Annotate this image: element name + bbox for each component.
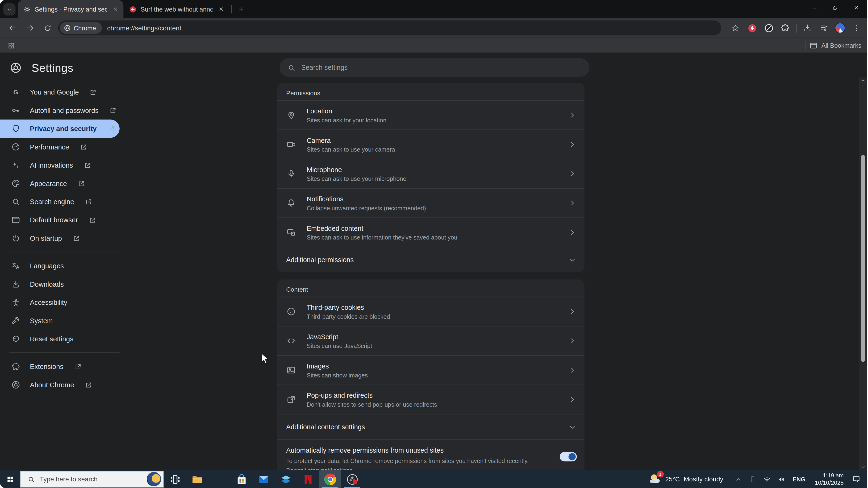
- copilot-icon[interactable]: [208, 470, 230, 488]
- scroll-down-arrow[interactable]: [859, 464, 867, 470]
- scroll-up-arrow[interactable]: [859, 77, 867, 84]
- language-indicator[interactable]: ENG: [791, 476, 807, 482]
- action-center-icon[interactable]: [851, 474, 861, 484]
- sidebar-item-privacy[interactable]: Privacy and security: [0, 120, 120, 138]
- sidebar-item-autofill[interactable]: Autofill and passwords: [0, 101, 120, 119]
- row-notifications[interactable]: Notifications Collapse unwanted requests…: [277, 188, 585, 217]
- microsoft-store-icon[interactable]: [230, 470, 252, 488]
- sidebar-item-extensions[interactable]: Extensions: [0, 357, 120, 376]
- sidebar-item-icon: [11, 161, 21, 170]
- downloads-button[interactable]: [802, 22, 813, 34]
- row-javascript[interactable]: JavaScript Sites can use JavaScript: [277, 326, 585, 355]
- external-link-icon: [72, 234, 80, 242]
- reload-button[interactable]: [40, 21, 55, 35]
- extensions-puzzle-button[interactable]: [779, 22, 791, 34]
- row-popups[interactable]: Pop-ups and redirects Don't allow sites …: [277, 385, 585, 414]
- additional-content-settings-row[interactable]: Additional content settings: [277, 414, 585, 440]
- tab-search-button[interactable]: [3, 3, 16, 15]
- media-queue-button[interactable]: [818, 22, 830, 34]
- sidebar-item-you-and-google[interactable]: You and Google: [0, 83, 120, 101]
- row-icon: [286, 336, 296, 346]
- sidebar-divider: [9, 352, 120, 353]
- sidebar-item-reset[interactable]: Reset settings: [0, 330, 120, 348]
- minimize-button[interactable]: [804, 0, 825, 15]
- row-subtitle: Don't allow sites to send pop-ups or use…: [307, 401, 437, 408]
- chrome-url-chip[interactable]: Chrome: [60, 22, 101, 34]
- network-icon[interactable]: [762, 474, 772, 484]
- sidebar-item-label: Default browser: [30, 216, 78, 224]
- start-button[interactable]: [0, 470, 20, 488]
- auto-remove-toggle[interactable]: [560, 452, 577, 461]
- sidebar-item-system[interactable]: System: [0, 312, 120, 330]
- menu-kebab-button[interactable]: [850, 22, 862, 34]
- task-view-button[interactable]: [164, 470, 186, 488]
- tab-surf-web[interactable]: Surf the web without annoying: [123, 0, 229, 18]
- sidebar-item-icon: [11, 124, 21, 133]
- sidebar-item-icon: [11, 106, 21, 115]
- tab-close-icon[interactable]: [111, 5, 120, 14]
- row-third-party-cookies[interactable]: Third-party cookies Third-party cookies …: [277, 297, 585, 326]
- close-button[interactable]: [846, 0, 867, 15]
- row-location[interactable]: Location Sites can ask for your location: [277, 100, 585, 129]
- permissions-card: Permissions Location Sites can ask for y…: [277, 83, 585, 272]
- sidebar-item-accessibility[interactable]: Accessibility: [0, 293, 120, 312]
- sidebar-item-label: Accessibility: [30, 298, 67, 306]
- sidebar-item-languages[interactable]: Languages: [0, 257, 120, 275]
- address-bar[interactable]: Chrome chrome://settings/content: [58, 21, 721, 35]
- restore-button[interactable]: [825, 0, 846, 15]
- sidebar-item-performance[interactable]: Performance: [0, 138, 120, 156]
- sidebar-item-search-engine[interactable]: Search engine: [0, 193, 120, 211]
- sidebar-item-appearance[interactable]: Appearance: [0, 174, 120, 192]
- additional-permissions-row[interactable]: Additional permissions: [277, 247, 585, 272]
- chrome-taskbar-icon[interactable]: [319, 470, 341, 488]
- chevron-down-icon: [6, 6, 13, 12]
- search-settings-input[interactable]: Search settings: [280, 58, 589, 77]
- security-app-icon[interactable]: [275, 470, 297, 488]
- tab-close-icon[interactable]: [217, 5, 225, 14]
- sidebar-item-icon: [11, 334, 21, 344]
- all-bookmarks-button[interactable]: All Bookmarks: [821, 42, 861, 48]
- weather-widget[interactable]: 1 25°C Mostly cloudy: [648, 473, 723, 486]
- sidebar-item-downloads[interactable]: Downloads: [0, 275, 120, 293]
- row-images[interactable]: Images Sites can show images: [277, 355, 585, 385]
- netflix-icon[interactable]: [297, 470, 319, 488]
- row-title: JavaScript: [307, 333, 372, 340]
- external-link-icon: [107, 125, 115, 132]
- chevron-right-icon: [568, 228, 577, 237]
- phone-link-icon[interactable]: [748, 474, 757, 484]
- forward-button[interactable]: [23, 21, 37, 35]
- mail-icon[interactable]: [252, 470, 275, 488]
- row-camera[interactable]: Camera Sites can ask to use your camera: [277, 129, 585, 159]
- volume-icon[interactable]: [776, 474, 786, 484]
- taskbar-search-input[interactable]: Type here to search: [20, 471, 164, 487]
- bookmark-star-button[interactable]: [730, 22, 741, 34]
- dark-extension-icon[interactable]: [763, 22, 774, 34]
- chevron-right-icon: [568, 199, 577, 208]
- row-title: Images: [307, 362, 368, 370]
- apps-grid-icon[interactable]: [5, 40, 17, 51]
- adblock-extension-icon[interactable]: [746, 22, 758, 34]
- sidebar-item-about[interactable]: About Chrome: [0, 376, 120, 394]
- scrollbar-thumb[interactable]: [861, 155, 865, 362]
- tray-expand-chevron[interactable]: [733, 474, 743, 484]
- tab-settings[interactable]: Settings - Privacy and security: [18, 0, 123, 18]
- new-tab-button[interactable]: [234, 3, 247, 16]
- page-scrollbar[interactable]: [859, 77, 867, 470]
- sidebar-item-ai[interactable]: AI innovations: [0, 156, 120, 174]
- file-explorer-icon[interactable]: [186, 470, 208, 488]
- sidebar-item-icon: [11, 197, 21, 206]
- sidebar-item-default-browser[interactable]: Default browser: [0, 211, 120, 229]
- sidebar-item-on-startup[interactable]: On startup: [0, 229, 120, 247]
- search-highlight-image[interactable]: [147, 472, 161, 486]
- row-icon: [286, 228, 296, 237]
- toggle-row-description: To protect your data, let Chrome remove …: [286, 456, 546, 470]
- row-embedded-content[interactable]: Embedded content Sites can ask to use in…: [277, 217, 585, 247]
- profile-avatar[interactable]: [835, 23, 845, 33]
- back-button[interactable]: [5, 21, 19, 35]
- row-microphone[interactable]: Microphone Sites can ask to use your mic…: [277, 159, 585, 188]
- chevron-right-icon: [568, 395, 577, 404]
- obs-studio-icon[interactable]: [341, 470, 363, 488]
- sidebar-item-label: Downloads: [30, 280, 64, 288]
- app-icon: [213, 473, 225, 485]
- clock[interactable]: 1:19 am 10/10/2025: [812, 472, 847, 486]
